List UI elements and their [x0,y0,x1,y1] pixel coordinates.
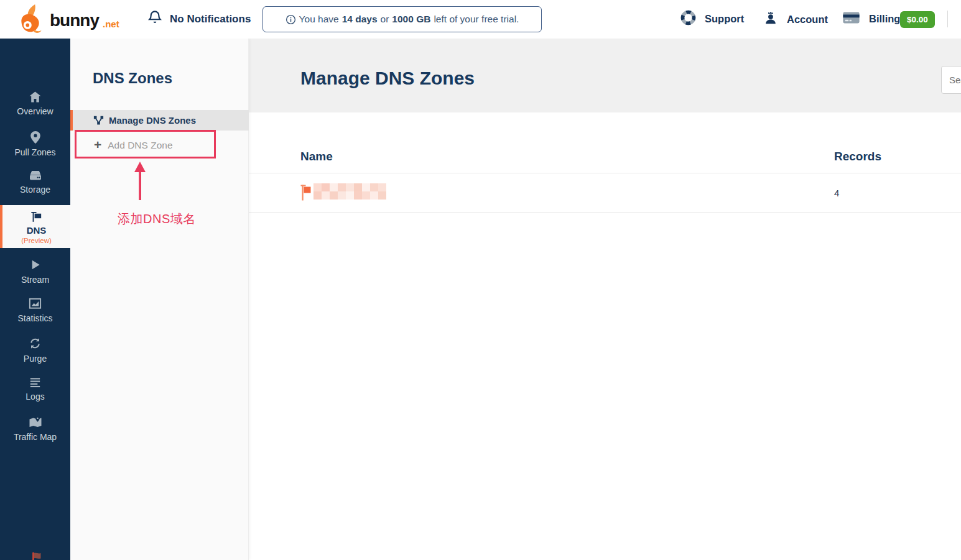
home-icon [28,91,42,103]
storage-icon [28,170,43,181]
flag-icon [29,209,44,224]
dns-zones-panel: DNS Zones Manage DNS Zones + Add DNS Zon… [70,39,249,560]
bell-icon [147,9,163,30]
sidebar-item-purge[interactable]: Purge [0,336,70,364]
main-header-band: Manage DNS Zones [249,39,961,112]
trial-text-prefix: You have [299,14,339,25]
sidebar-item-storage[interactable]: Storage [0,170,70,195]
redacted-zone-name [313,183,386,200]
brand-tld: .net [103,19,119,29]
traffic-map-icon [28,415,43,429]
account-label: Account [787,14,828,25]
annotation-label: 添加DNS域名 [118,211,196,227]
account-user-icon [763,9,779,29]
trial-days: 14 days [342,14,378,25]
main-content: Manage DNS Zones Name Records 4 [249,39,961,560]
billing-balance-badge[interactable]: $0.00 [900,11,935,28]
panel-item-add-dns-zone[interactable]: + Add DNS Zone [70,131,249,160]
trial-or: or [381,14,389,25]
add-dns-zone-label: Add DNS Zone [108,140,172,151]
bunny-net-logo[interactable]: bunny .net [15,3,119,38]
sidebar-item-statistics[interactable]: Statistics [0,297,70,323]
notifications-button[interactable]: No Notifications [147,9,251,30]
account-button[interactable]: Account [763,9,828,29]
trial-text-suffix: left of your free trial. [434,14,519,25]
plus-icon: + [94,138,101,151]
search-input[interactable] [941,66,961,94]
stats-icon [28,297,42,310]
sidebar-item-pull-zones[interactable]: Pull Zones [0,131,70,157]
zone-flag-icon [300,182,313,203]
brand-name: bunny [50,11,99,30]
header-divider [947,11,948,27]
credit-card-icon [842,9,861,29]
whats-new-button[interactable]: What's new? [0,551,70,560]
panel-title: DNS Zones [93,70,172,87]
column-header-name: Name [300,150,333,163]
panel-item-manage-dns-zones[interactable]: Manage DNS Zones [70,110,249,131]
trial-quota: 1000 GB [392,14,430,25]
sidebar-item-dns[interactable]: DNS (Preview) [0,205,70,248]
billing-label: Billing [869,13,900,25]
table-divider-bottom [249,212,961,213]
billing-button[interactable]: Billing [842,9,900,29]
sidebar-item-stream[interactable]: Stream [0,258,70,285]
notifications-label: No Notifications [170,13,251,25]
sidebar-item-overview[interactable]: Overview [0,91,70,116]
map-pin-icon [29,131,42,144]
page-title: Manage DNS Zones [300,68,475,89]
bunny-logo-icon [15,3,46,38]
sitemap-icon [93,116,104,126]
primary-sidebar: Overview Pull Zones Storage [0,39,70,560]
sidebar-item-traffic-map[interactable]: Traffic Map [0,415,70,442]
table-divider-top [249,173,961,173]
column-header-records: Records [834,150,881,163]
support-button[interactable]: Support [680,9,744,29]
whats-new-flag-icon [29,551,42,560]
bunny-net-dns-page: bunny .net No Notifications You have [0,0,961,560]
logs-icon [28,376,42,388]
manage-dns-zones-label: Manage DNS Zones [109,115,196,126]
play-icon [29,258,42,272]
info-icon [286,14,296,25]
lifebuoy-icon [680,9,697,29]
support-label: Support [705,13,744,25]
refresh-icon [28,336,42,351]
dns-preview-tag: (Preview) [21,237,52,244]
top-header: bunny .net No Notifications You have [0,0,961,39]
trial-banner: You have 14 days or 1000 GB left of your… [262,6,542,32]
zone-records-count: 4 [834,188,839,198]
sidebar-item-logs[interactable]: Logs [0,376,70,402]
